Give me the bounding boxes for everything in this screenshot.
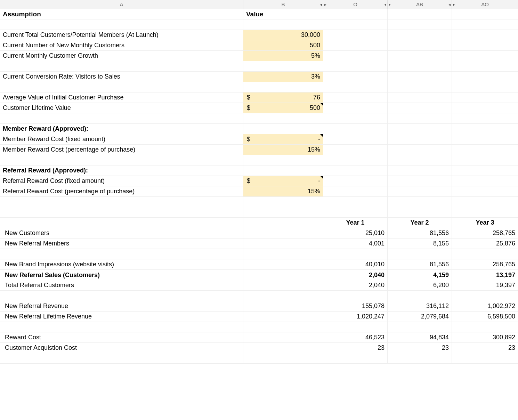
assumption-value[interactable]: 5%: [243, 51, 323, 61]
empty-cell[interactable]: [452, 291, 518, 301]
empty-cell[interactable]: [243, 332, 323, 343]
projection-value[interactable]: 300,892: [452, 332, 518, 343]
empty-cell[interactable]: [243, 353, 323, 364]
empty-cell[interactable]: [323, 165, 388, 176]
projection-label[interactable]: New Customers: [0, 228, 243, 239]
projection-value[interactable]: 2,079,684: [388, 312, 452, 322]
empty-cell[interactable]: [323, 72, 388, 82]
empty-cell[interactable]: [243, 82, 323, 92]
empty-cell[interactable]: [452, 92, 518, 103]
projection-value[interactable]: 23: [452, 343, 518, 353]
empty-cell[interactable]: [323, 291, 388, 301]
empty-cell[interactable]: [388, 155, 452, 165]
empty-cell[interactable]: [243, 249, 323, 259]
projection-value[interactable]: 1,020,247: [323, 312, 388, 322]
empty-cell[interactable]: [388, 197, 452, 207]
empty-cell[interactable]: [243, 343, 323, 353]
empty-cell[interactable]: [388, 249, 452, 259]
assumption-label[interactable]: Member Reward Cost (percentage of purcha…: [0, 145, 243, 155]
empty-cell[interactable]: [388, 40, 452, 51]
empty-cell[interactable]: [452, 134, 518, 145]
assumption-label[interactable]: Customer Lifetime Value: [0, 103, 243, 113]
empty-cell[interactable]: [323, 82, 388, 92]
projection-value[interactable]: 94,834: [388, 332, 452, 343]
empty-cell[interactable]: [323, 249, 388, 259]
empty-cell[interactable]: [388, 82, 452, 92]
empty-cell[interactable]: [243, 239, 323, 249]
empty-cell[interactable]: [243, 197, 323, 207]
projection-value[interactable]: 25,876: [452, 239, 518, 249]
empty-cell[interactable]: [388, 353, 452, 364]
empty-cell[interactable]: [0, 61, 243, 72]
col-header-o[interactable]: ▸ O ◂: [323, 0, 388, 9]
empty-cell[interactable]: [452, 30, 518, 40]
collapse-right-icon[interactable]: ◂: [448, 2, 451, 7]
empty-cell[interactable]: [452, 207, 518, 218]
empty-cell[interactable]: [388, 165, 452, 176]
empty-cell[interactable]: [0, 291, 243, 301]
projection-value[interactable]: 23: [323, 343, 388, 353]
assumption-label[interactable]: Referral Reward Cost (fixed amount): [0, 176, 243, 186]
assumption-label[interactable]: Current Number of New Monthly Customers: [0, 40, 243, 51]
empty-cell[interactable]: [452, 82, 518, 92]
empty-cell[interactable]: [323, 124, 388, 134]
empty-cell[interactable]: [388, 186, 452, 197]
empty-cell[interactable]: [452, 353, 518, 364]
projection-value[interactable]: 81,556: [388, 259, 452, 270]
empty-cell[interactable]: [388, 19, 452, 30]
empty-cell[interactable]: [388, 322, 452, 332]
projection-value[interactable]: 8,156: [388, 239, 452, 249]
projection-label[interactable]: Total Referral Customers: [0, 280, 243, 291]
empty-cell[interactable]: [0, 82, 243, 92]
empty-cell[interactable]: [0, 19, 243, 30]
empty-cell[interactable]: [243, 228, 323, 239]
empty-cell[interactable]: [243, 218, 323, 228]
empty-cell[interactable]: [388, 61, 452, 72]
empty-cell[interactable]: [388, 30, 452, 40]
empty-cell[interactable]: [452, 51, 518, 61]
empty-cell[interactable]: [388, 291, 452, 301]
empty-cell[interactable]: [243, 259, 323, 270]
assumption-value[interactable]: 15%: [243, 145, 323, 155]
empty-cell[interactable]: [243, 113, 323, 124]
empty-cell[interactable]: [243, 61, 323, 72]
empty-cell[interactable]: [243, 312, 323, 322]
year-header[interactable]: Year 3: [452, 218, 518, 228]
projection-value[interactable]: 23: [388, 343, 452, 353]
projection-label[interactable]: New Referral Lifetime Revenue: [0, 312, 243, 322]
projection-value[interactable]: 6,598,500: [452, 312, 518, 322]
projection-label[interactable]: New Referral Sales (Customers): [0, 270, 243, 280]
empty-cell[interactable]: [452, 145, 518, 155]
expand-left-icon[interactable]: ▸: [389, 2, 391, 7]
expand-left-icon[interactable]: ▸: [324, 2, 326, 7]
empty-cell[interactable]: [452, 113, 518, 124]
empty-cell[interactable]: [452, 322, 518, 332]
empty-cell[interactable]: [323, 176, 388, 186]
empty-cell[interactable]: [0, 155, 243, 165]
projection-value[interactable]: 2,040: [323, 270, 388, 280]
empty-cell[interactable]: [243, 291, 323, 301]
projection-label[interactable]: Reward Cost: [0, 332, 243, 343]
empty-cell[interactable]: [452, 186, 518, 197]
section-header[interactable]: Referral Reward (Approved):: [0, 165, 243, 176]
assumption-value[interactable]: $500: [243, 103, 323, 113]
empty-cell[interactable]: [452, 249, 518, 259]
empty-cell[interactable]: [243, 124, 323, 134]
projection-value[interactable]: 2,040: [323, 280, 388, 291]
assumption-value[interactable]: $76: [243, 92, 323, 103]
empty-cell[interactable]: [452, 176, 518, 186]
empty-cell[interactable]: [388, 103, 452, 113]
assumption-value[interactable]: 15%: [243, 186, 323, 197]
empty-cell[interactable]: [452, 165, 518, 176]
empty-cell[interactable]: [388, 113, 452, 124]
projection-label[interactable]: New Brand Impressions (website visits): [0, 259, 243, 270]
empty-cell[interactable]: [388, 145, 452, 155]
empty-cell[interactable]: [323, 103, 388, 113]
projection-value[interactable]: 6,200: [388, 280, 452, 291]
projection-value[interactable]: 4,001: [323, 239, 388, 249]
assumption-label[interactable]: Referral Reward Cost (percentage of purc…: [0, 186, 243, 197]
empty-cell[interactable]: [388, 9, 452, 19]
empty-cell[interactable]: [0, 113, 243, 124]
empty-cell[interactable]: [323, 186, 388, 197]
assumption-value[interactable]: 500: [243, 40, 323, 51]
